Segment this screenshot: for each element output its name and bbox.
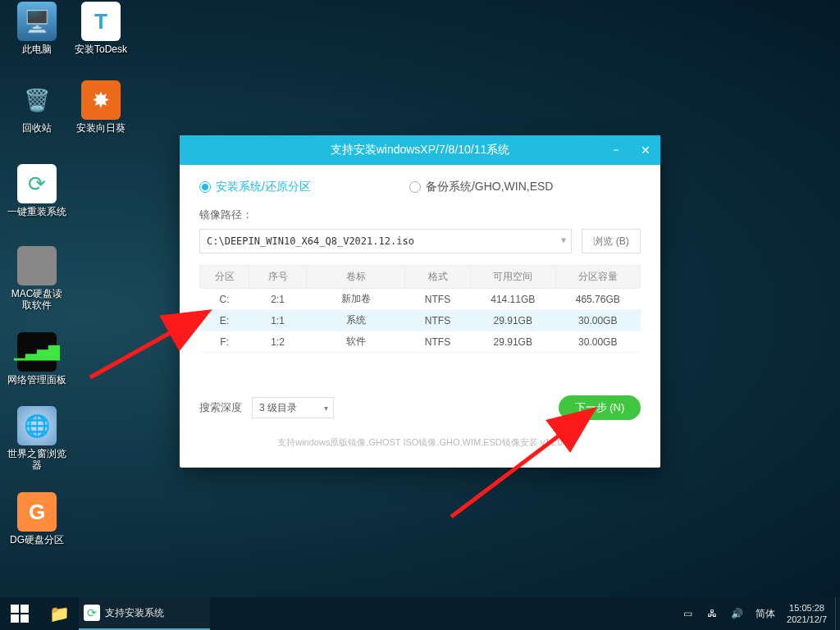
folder-icon: 📁 (49, 604, 70, 623)
tray-time: 15:05:28 (787, 602, 827, 614)
table-cell: 系统 (307, 310, 405, 331)
desktop-icon-onekey[interactable]: ⟳ 一键重装系统 (7, 164, 67, 217)
desktop: 🖥️ 此电脑 T 安装ToDesk 🗑️ 回收站 ✸ 安装向日葵 ⟳ 一键重装系… (0, 0, 840, 597)
sunflower-icon: ✸ (81, 80, 121, 120)
desktop-icon-label: 安装向日葵 (71, 122, 131, 134)
image-path-value: C:\DEEPIN_WIN10_X64_Q8_V2021.12.iso (207, 235, 414, 247)
table-cell: F: (200, 331, 249, 353)
taskbar-task-installer[interactable]: ⟳ 支持安装系统 (79, 597, 210, 630)
table-cell: 新加卷 (307, 289, 405, 310)
close-button[interactable]: ✕ (631, 135, 660, 165)
tray-action-center-icon[interactable]: ▭ (675, 597, 700, 630)
col-total: 分区容量 (555, 266, 641, 289)
desktop-icon-label: 世界之窗浏览器 (7, 448, 67, 471)
table-cell: E: (200, 310, 249, 331)
chevron-down-icon: ▼ (561, 235, 566, 244)
tray-network-icon[interactable]: 🖧 (700, 597, 724, 630)
desktop-icon-dg[interactable]: G DG硬盘分区 (7, 492, 67, 546)
desktop-icon-recycle[interactable]: 🗑️ 回收站 (7, 80, 67, 134)
desktop-icon-label: 此电脑 (7, 43, 67, 55)
desktop-icon-label: 网络管理面板 (7, 374, 67, 386)
col-drive: 分区 (200, 266, 249, 289)
select-value: 3 级目录 (259, 401, 297, 415)
col-free: 可用空间 (471, 266, 556, 289)
dg-icon: G (17, 492, 57, 532)
table-cell: 29.91GB (471, 310, 556, 331)
table-cell: C: (200, 289, 249, 310)
col-label: 卷标 (307, 266, 405, 289)
table-cell: NTFS (405, 289, 471, 310)
table-cell: 29.91GB (471, 331, 556, 353)
image-path-label: 镜像路径： (199, 208, 641, 222)
desktop-icon-browser[interactable]: 🌐 世界之窗浏览器 (7, 406, 67, 471)
table-row[interactable]: C:2:1新加卷NTFS414.11GB465.76GB (200, 289, 641, 310)
system-tray: ▭ 🖧 🔊 简体 15:05:28 2021/12/7 (675, 597, 840, 630)
windows-logo-icon (11, 605, 29, 623)
desktop-icon-label: 安装ToDesk (71, 43, 131, 55)
tray-date: 2021/12/7 (787, 614, 827, 625)
minimize-button[interactable]: － (601, 135, 631, 165)
table-cell: 414.11GB (471, 289, 556, 310)
taskbar: 📁 ⟳ 支持安装系统 ▭ 🖧 🔊 简体 15:05:28 2021/12/7 (0, 597, 840, 630)
installer-window: 支持安装windowsXP/7/8/10/11系统 － ✕ 安装系统/还原分区 … (180, 135, 660, 468)
table-cell: 软件 (307, 331, 405, 353)
radio-dot-icon (409, 181, 421, 193)
onekey-icon: ⟳ (17, 164, 57, 203)
radio-label: 安装系统/还原分区 (216, 180, 311, 194)
col-fs: 格式 (405, 266, 471, 289)
radio-label: 备份系统/GHO,WIN,ESD (426, 180, 554, 194)
recycle-icon: 🗑️ (17, 80, 57, 120)
table-cell: 1:1 (249, 310, 307, 331)
desktop-icon-label: 一键重装系统 (7, 206, 67, 217)
installer-icon: ⟳ (84, 605, 100, 621)
taskbar-pinned-explorer[interactable]: 📁 (39, 597, 79, 630)
table-cell: NTFS (405, 310, 471, 331)
radio-dot-icon (199, 181, 211, 193)
todesk-icon: T (81, 2, 121, 41)
search-depth-select[interactable]: 3 级目录 ▾ (252, 397, 334, 418)
start-button[interactable] (0, 597, 39, 630)
search-depth-label: 搜索深度 (199, 400, 242, 415)
tray-ime[interactable]: 简体 (749, 607, 782, 621)
desktop-icon-label: 回收站 (7, 122, 67, 134)
desktop-icon-label: DG硬盘分区 (7, 534, 67, 546)
globe-icon: 🌐 (17, 406, 57, 445)
taskbar-task-label: 支持安装系统 (105, 606, 164, 620)
chart-icon: ▁▃▅▇ (17, 332, 57, 372)
show-desktop-button[interactable] (835, 597, 840, 630)
footnote: 支持windows原版镜像,GHOST ISO镜像,GHO,WIM,ESD镜像安… (199, 436, 641, 449)
computer-icon: 🖥️ (17, 2, 57, 41)
titlebar[interactable]: 支持安装windowsXP/7/8/10/11系统 － ✕ (180, 135, 660, 165)
radio-install-restore[interactable]: 安装系统/还原分区 (199, 180, 311, 194)
desktop-icon-this-pc[interactable]: 🖥️ 此电脑 (7, 2, 67, 55)
partition-table: 分区 序号 卷标 格式 可用空间 分区容量 C:2:1新加卷NTFS414.11… (199, 265, 641, 353)
image-path-combo[interactable]: C:\DEEPIN_WIN10_X64_Q8_V2021.12.iso ▼ (199, 229, 572, 253)
desktop-icon-sunflower[interactable]: ✸ 安装向日葵 (71, 80, 131, 134)
table-cell: 2:1 (249, 289, 307, 310)
next-button[interactable]: 下一步 (N) (559, 395, 641, 420)
table-cell: 1:2 (249, 331, 307, 353)
table-cell: 30.00GB (555, 310, 641, 331)
browse-button[interactable]: 浏览 (B) (582, 229, 641, 253)
desktop-icon-label: MAC硬盘读取软件 (7, 288, 67, 311)
table-cell: 465.76GB (555, 289, 641, 310)
window-title: 支持安装windowsXP/7/8/10/11系统 (331, 143, 510, 158)
table-row[interactable]: F:1:2软件NTFS29.91GB30.00GB (200, 331, 641, 353)
table-cell: 30.00GB (555, 331, 641, 353)
col-index: 序号 (249, 266, 307, 289)
radio-backup[interactable]: 备份系统/GHO,WIN,ESD (409, 180, 554, 194)
tray-volume-icon[interactable]: 🔊 (724, 597, 749, 630)
apple-icon (17, 246, 57, 285)
desktop-icon-todesk[interactable]: T 安装ToDesk (71, 2, 131, 55)
chevron-down-icon: ▾ (324, 404, 328, 413)
tray-clock[interactable]: 15:05:28 2021/12/7 (782, 602, 835, 625)
table-cell: NTFS (405, 331, 471, 353)
desktop-icon-netmgr[interactable]: ▁▃▅▇ 网络管理面板 (7, 332, 67, 386)
table-row[interactable]: E:1:1系统NTFS29.91GB30.00GB (200, 310, 641, 331)
desktop-icon-mac[interactable]: MAC硬盘读取软件 (7, 246, 67, 311)
